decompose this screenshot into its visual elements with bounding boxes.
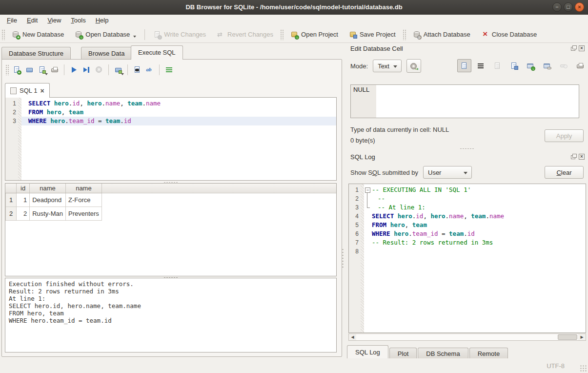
float-panel-icon[interactable] [571, 45, 577, 51]
menu-help[interactable]: Help [91, 15, 114, 26]
result-cell[interactable]: Z-Force [65, 193, 101, 207]
execution-status-log[interactable]: Execution finished without errors.Result… [5, 278, 337, 352]
print-sql-button[interactable] [48, 64, 61, 76]
close-sql-tab-icon[interactable]: × [40, 87, 44, 94]
execution-log-line: Result: 2 rows returned in 3ms [9, 288, 333, 295]
set-null-icon [560, 62, 568, 70]
sql-log-panel-title: SQL Log [350, 153, 375, 161]
open-in-external-button[interactable]: → [524, 59, 538, 72]
open-sql-file-icon [25, 66, 34, 74]
scrollbar-thumb[interactable] [558, 334, 577, 340]
clear-log-button[interactable]: Clear [545, 166, 584, 179]
format-sql-icon [165, 66, 173, 74]
format-sql-button[interactable] [162, 64, 175, 76]
editor-line-numbers: 123 [5, 98, 18, 180]
save-project-icon [349, 31, 357, 39]
fold-collapse-icon[interactable] [364, 186, 372, 194]
print-sql-icon [51, 66, 59, 74]
sql-code-line: SELECT hero.id, hero.name, team.name [21, 99, 336, 108]
results-corner-header[interactable] [6, 184, 17, 193]
menu-view[interactable]: View [42, 15, 66, 26]
window-controls: −□× [552, 2, 584, 12]
execute-all-button[interactable] [67, 64, 80, 76]
sql-log-line: -- Result: 2 rows returned in 3ms [364, 238, 586, 247]
cell-value-editor[interactable]: NULL [350, 84, 579, 118]
submitter-select[interactable]: User [423, 166, 472, 179]
find-replace-icon [146, 66, 154, 74]
dropdown-caret-icon[interactable] [133, 36, 136, 38]
close-database-icon [481, 31, 489, 39]
close-database-button[interactable]: Close Database [477, 29, 541, 41]
close-panel-icon[interactable] [579, 154, 585, 160]
menu-tools[interactable]: Tools [66, 15, 90, 26]
execution-log-line: Execution finished without errors. [9, 280, 333, 288]
print-cell-button[interactable] [573, 59, 588, 72]
dock-tab-db-schema[interactable]: DB Schema [418, 348, 468, 359]
encoding-indicator[interactable]: UTF-8 [547, 362, 565, 370]
apply-button: Apply [545, 129, 584, 142]
minimize-button[interactable]: − [552, 2, 562, 12]
dock-tab-plot[interactable]: Plot [389, 348, 417, 359]
menu-edit[interactable]: Edit [22, 15, 42, 26]
scroll-left-icon[interactable]: ◀ [349, 334, 356, 340]
scroll-right-icon[interactable]: ▶ [578, 334, 586, 340]
close-panel-icon[interactable] [579, 45, 585, 51]
results-grid: idnamename11DeadpondZ-Force22Rusty-ManPr… [5, 183, 337, 276]
resize-grip[interactable] [580, 365, 587, 372]
cell-editor-area[interactable] [376, 85, 579, 118]
find-replace-button[interactable] [143, 64, 156, 76]
scrollbar-trough[interactable] [356, 334, 578, 340]
left-pane: Database Structure Browse Data Execute S… [0, 43, 344, 358]
sql-log-line: WHERE hero.team_id = team.id [364, 229, 586, 238]
sql-document-tab[interactable]: SQL 1 × [5, 83, 50, 98]
find-button[interactable] [131, 64, 143, 76]
open-database-button[interactable]: →Open Database [71, 29, 140, 41]
results-column-header[interactable]: name [65, 184, 101, 193]
result-cell[interactable]: 1 [17, 193, 30, 207]
open-sql-file-button[interactable] [23, 64, 36, 76]
sql-log-view[interactable]: 12345678 -- EXECUTING ALL IN 'SQL 1'----… [348, 184, 586, 333]
auto-switch-mode-button[interactable] [406, 59, 421, 73]
tab-execute-sql[interactable]: Execute SQL [131, 45, 183, 60]
result-cell[interactable]: Deadpond [30, 193, 66, 207]
close-button[interactable]: × [575, 2, 584, 12]
text-mode-button[interactable] [457, 59, 471, 72]
new-database-button[interactable]: +New Database [8, 29, 68, 41]
mode-select[interactable]: Text [373, 60, 402, 72]
menu-file[interactable]: File [2, 15, 22, 26]
save-project-button[interactable]: Save Project [345, 29, 400, 41]
export-results-button[interactable] [112, 64, 124, 76]
row-number[interactable]: 2 [6, 207, 17, 220]
results-column-header[interactable]: id [17, 184, 30, 193]
float-panel-icon[interactable] [571, 154, 577, 160]
execute-line-button[interactable] [80, 64, 93, 76]
export-data-button[interactable] [507, 59, 521, 72]
editor-code[interactable]: SELECT hero.id, hero.name, team.nameFROM… [21, 98, 336, 180]
dock-tab-remote[interactable]: Remote [469, 348, 508, 359]
toolbar-separator [127, 64, 128, 75]
toolbar-drag-handle [1, 29, 5, 40]
result-cell[interactable]: 2 [17, 207, 30, 220]
cell-log-splitter[interactable] [350, 147, 584, 149]
word-wrap-button[interactable] [474, 59, 488, 72]
copy-link-button[interactable] [540, 59, 554, 72]
title-bar: DB Browser for SQLite - /home/user/code/… [0, 0, 588, 15]
results-column-header[interactable]: name [30, 184, 66, 193]
open-project-button[interactable]: →Open Project [286, 29, 342, 41]
save-sql-file-button[interactable] [36, 64, 48, 76]
tab-database-structure[interactable]: Database Structure [1, 47, 71, 60]
result-cell[interactable]: Preventers [65, 207, 101, 220]
row-number[interactable]: 1 [6, 193, 17, 207]
sql-log-horizontal-scrollbar[interactable]: ◀ ▶ [348, 333, 586, 341]
tab-browse-data[interactable]: Browse Data [81, 47, 132, 60]
mode-label: Mode: [350, 62, 368, 70]
revert-changes-icon [217, 31, 225, 39]
edit-cell-panel-buttons [571, 45, 585, 51]
sql-editor[interactable]: 123 SELECT hero.id, hero.name, team.name… [5, 97, 337, 181]
result-cell[interactable]: Rusty-Man [30, 207, 66, 220]
maximize-button[interactable]: □ [564, 2, 573, 12]
toolbar-separator [64, 64, 64, 75]
open-sql-tab-button[interactable]: + [10, 64, 23, 76]
dock-tab-sql-log[interactable]: SQL Log [347, 345, 388, 359]
attach-database-button[interactable]: ⊃Attach Database [409, 29, 474, 41]
